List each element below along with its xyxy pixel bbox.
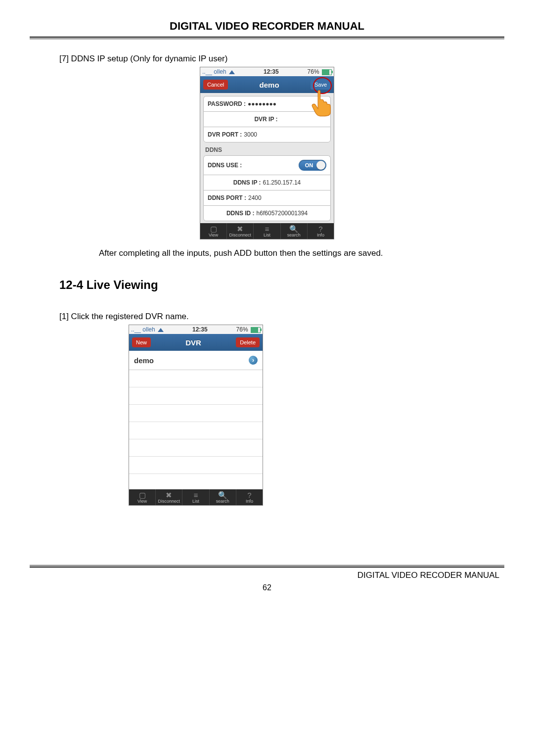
toolbar-list[interactable]: ≡ List	[254, 223, 280, 239]
disconnect-icon: ✖	[227, 225, 253, 233]
toolbar-disconnect[interactable]: ✖ Disconnect	[227, 223, 254, 239]
phone-screenshot-dvrlist: ..__ olleh 12:35 76% New DVR Delete demo…	[129, 325, 263, 506]
app-header: New DVR Delete	[129, 334, 263, 351]
toolbar-search[interactable]: 🔍 search	[210, 489, 236, 505]
search-icon: 🔍	[210, 491, 236, 499]
ddns-ip-value: 61.250.157.14	[263, 179, 301, 186]
step-1-text: [1] Click the registered DVR name.	[59, 312, 504, 322]
dvr-port-value: 3000	[244, 131, 257, 138]
pointer-hand-icon	[310, 88, 333, 117]
dvr-ip-label: DVR IP :	[254, 116, 277, 123]
ddns-ip-row[interactable]: DDNS IP : 61.250.157.14	[203, 175, 331, 190]
section-heading: 12-4 Live Viewing	[59, 278, 504, 292]
toolbar-disconnect[interactable]: ✖ Disconnect	[156, 489, 182, 505]
ddns-port-label: DDNS PORT :	[208, 194, 246, 201]
ddns-port-value: 2400	[248, 194, 262, 201]
page-number: 62	[30, 583, 504, 592]
page-title: DIGITAL VIDEO RECORDER MANUAL	[30, 20, 504, 33]
toolbar-info[interactable]: ? Info	[236, 489, 263, 505]
battery-icon	[251, 327, 261, 333]
ddns-use-value: ON	[305, 162, 313, 168]
list-icon: ≡	[254, 225, 280, 233]
screen-title: DVR	[151, 338, 236, 347]
divider	[30, 37, 504, 38]
status-bar: ..__ olleh 12:35 76%	[200, 67, 334, 76]
ddns-use-label: DDNS USE :	[208, 162, 242, 169]
status-time: 12:35	[192, 326, 208, 333]
wifi-icon	[158, 328, 164, 332]
password-value: ●●●●●●●●	[248, 100, 276, 107]
phone-screenshot-ddns: ..__ olleh 12:35 76% Cancel demo Save PA…	[200, 67, 334, 239]
dvr-port-label: DVR PORT :	[208, 131, 242, 138]
help-icon: ?	[308, 225, 334, 233]
ddns-id-value: h6f6057200001394	[257, 210, 308, 217]
list-item	[129, 405, 263, 422]
wifi-icon	[229, 70, 235, 74]
divider	[30, 567, 504, 567]
list-item	[129, 387, 263, 405]
list-item	[129, 422, 263, 439]
status-time: 12:35	[264, 68, 279, 75]
status-bar: ..__ olleh 12:35 76%	[129, 325, 263, 334]
dvr-list: demo ›	[129, 351, 263, 489]
dvr-port-row[interactable]: DVR PORT : 3000	[203, 127, 331, 142]
battery-label: 76%	[308, 68, 319, 75]
monitor-icon: ▢	[200, 225, 226, 233]
step-7-text: [7] DDNS IP setup (Only for dynamic IP u…	[59, 54, 504, 64]
after-instruction: After completing all the inputs, push AD…	[99, 248, 504, 258]
disconnect-icon: ✖	[156, 491, 182, 499]
toolbar-info[interactable]: ? Info	[308, 223, 334, 239]
bottom-toolbar: ▢ View ✖ Disconnect ≡ List 🔍 search ? In…	[200, 223, 334, 239]
list-item	[129, 457, 263, 474]
footer-text: DIGITAL VIDEO RECODER MANUAL	[30, 568, 504, 580]
ddns-port-row[interactable]: DDNS PORT : 2400	[203, 190, 331, 205]
new-button[interactable]: New	[132, 337, 151, 347]
ddns-use-row[interactable]: DDNS USE : ON	[203, 155, 331, 175]
toolbar-view[interactable]: ▢ View	[200, 223, 227, 239]
toolbar-search[interactable]: 🔍 search	[281, 223, 308, 239]
toolbar-view[interactable]: ▢ View	[129, 489, 156, 505]
delete-button[interactable]: Delete	[236, 337, 260, 347]
password-label: PASSWORD :	[208, 100, 246, 107]
divider-thin	[30, 39, 504, 39]
ddns-ip-label: DDNS IP :	[233, 179, 261, 186]
list-item	[129, 370, 263, 387]
list-item	[129, 439, 263, 457]
list-icon: ≡	[182, 491, 209, 499]
carrier-label: ..__ olleh	[131, 326, 155, 333]
screen-title: demo	[228, 81, 311, 89]
battery-icon	[322, 69, 332, 75]
toolbar-list[interactable]: ≡ List	[182, 489, 209, 505]
ddns-id-row[interactable]: DDNS ID : h6f6057200001394	[203, 205, 331, 221]
dvr-list-item[interactable]: demo ›	[129, 351, 263, 370]
carrier-label: ..__ olleh	[202, 68, 226, 75]
battery-label: 76%	[236, 326, 248, 333]
dvr-item-label: demo	[134, 356, 154, 365]
ddns-id-label: DDNS ID :	[226, 210, 255, 217]
chevron-right-icon: ›	[249, 356, 258, 365]
divider-thin	[30, 565, 504, 566]
search-icon: 🔍	[281, 225, 307, 233]
ddns-section-label: DDNS	[203, 142, 331, 155]
monitor-icon: ▢	[129, 491, 155, 499]
ddns-use-toggle[interactable]: ON	[299, 160, 326, 171]
cancel-button[interactable]: Cancel	[203, 80, 228, 90]
bottom-toolbar: ▢ View ✖ Disconnect ≡ List 🔍 search ? In…	[129, 489, 263, 505]
help-icon: ?	[236, 491, 263, 499]
